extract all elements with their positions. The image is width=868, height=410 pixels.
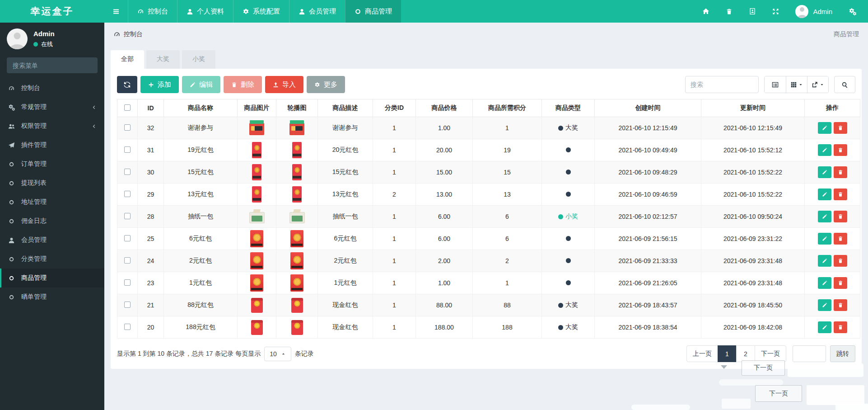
type-dot-icon [558, 126, 563, 131]
sidebar-item[interactable]: 常规管理 [0, 98, 104, 117]
topnav-item[interactable]: 商品管理 [345, 0, 401, 23]
row-checkbox[interactable] [124, 124, 131, 131]
select-all-checkbox[interactable] [124, 104, 131, 111]
refresh-button[interactable] [117, 76, 137, 93]
row-edit-button[interactable] [818, 233, 831, 245]
table-search-input[interactable] [685, 76, 759, 93]
fullscreen-icon[interactable] [772, 8, 779, 15]
carousel-image-cell [276, 272, 318, 294]
row-delete-button[interactable] [834, 255, 847, 267]
search-icon [841, 81, 848, 88]
row-delete-button[interactable] [834, 122, 847, 134]
topnav-item[interactable]: 会员管理 [289, 0, 345, 23]
row-delete-button[interactable] [834, 189, 847, 200]
row-delete-button[interactable] [834, 321, 847, 333]
settings-cogs-icon[interactable] [849, 8, 856, 15]
product-desc-cell: 1元红包 [318, 272, 373, 294]
sidebar-item[interactable]: 会员管理 [0, 231, 104, 250]
export-button[interactable] [807, 76, 828, 93]
prev-page-button[interactable]: 上一页 [686, 345, 718, 362]
row-edit-button[interactable] [818, 211, 831, 222]
next-page-button[interactable]: 下一页 [755, 345, 786, 362]
artifact-next-page-button: 下一页 [755, 385, 802, 402]
more-button[interactable]: 更多 [307, 76, 345, 93]
tab-小奖[interactable]: 小奖 [182, 50, 215, 69]
brand-logo[interactable]: 幸运盒子 [0, 0, 104, 23]
row-checkbox[interactable] [124, 302, 131, 308]
row-checkbox[interactable] [124, 235, 131, 241]
tab-大奖[interactable]: 大奖 [146, 50, 180, 69]
menu-search-input[interactable] [7, 57, 98, 73]
search-toggle-button[interactable] [834, 76, 855, 93]
row-edit-button[interactable] [818, 277, 831, 289]
topnav-item[interactable]: 个人资料 [177, 0, 233, 23]
row-delete-button[interactable] [834, 277, 847, 289]
row-edit-button[interactable] [818, 321, 831, 333]
row-checkbox[interactable] [124, 213, 131, 219]
table-row: 3015元红包15元红包115.00152021-06-10 09:48:292… [117, 161, 860, 184]
add-button[interactable]: 添加 [140, 76, 179, 93]
page-size-select[interactable]: 10 [264, 347, 291, 361]
row-delete-button[interactable] [834, 166, 847, 178]
trash-icon[interactable] [726, 8, 733, 15]
sidebar-item[interactable]: 地址管理 [0, 193, 104, 212]
import-button[interactable]: 导入 [265, 76, 303, 93]
artifact-box [631, 405, 690, 410]
user-menu[interactable]: Admin [795, 5, 832, 18]
row-checkbox[interactable] [124, 324, 131, 330]
sidebar-item[interactable]: 插件管理 [0, 136, 104, 155]
page-button-1[interactable]: 1 [718, 345, 737, 362]
row-edit-button[interactable] [818, 189, 831, 200]
row-edit-button[interactable] [818, 166, 831, 178]
row-checkbox[interactable] [124, 257, 131, 264]
circle-icon [7, 161, 16, 167]
product-image-cell [238, 184, 276, 206]
row-edit-button[interactable] [818, 122, 831, 134]
product-name-cell: 抽纸一包 [164, 206, 238, 228]
row-checkbox[interactable] [124, 279, 131, 286]
page-button-2[interactable]: 2 [736, 345, 755, 362]
row-delete-button[interactable] [834, 211, 847, 222]
row-delete-button[interactable] [834, 144, 847, 156]
row-checkbox[interactable] [124, 146, 131, 153]
delete-button[interactable]: 删除 [224, 76, 262, 93]
type-dot-icon [566, 192, 571, 197]
table-row: 256元红包6元红包16.0062021-06-09 21:56:152021-… [117, 228, 860, 250]
product-type-cell: 大奖 [542, 294, 595, 316]
breadcrumb-left[interactable]: 控制台 [124, 30, 143, 38]
topbar: 幸运盒子 控制台个人资料系统配置会员管理商品管理 Admin [0, 0, 868, 23]
row-checkbox[interactable] [124, 191, 131, 197]
home-icon[interactable] [702, 8, 709, 15]
row-checkbox[interactable] [124, 169, 131, 175]
jump-page-input[interactable] [793, 345, 826, 362]
sidebar-item[interactable]: 控制台 [0, 79, 104, 98]
columns-button[interactable] [786, 76, 807, 93]
sidebar-item[interactable]: 订单管理 [0, 155, 104, 174]
sidebar-item[interactable]: 分类管理 [0, 250, 104, 269]
operations-cell [805, 206, 860, 228]
sidebar-item[interactable]: 权限管理 [0, 117, 104, 136]
jump-button[interactable]: 跳转 [830, 345, 855, 362]
row-edit-button[interactable] [818, 144, 831, 156]
sidebar-item[interactable]: 晒单管理 [0, 287, 104, 306]
sidebar-item-label: 晒单管理 [21, 293, 47, 301]
edit-button[interactable]: 编辑 [182, 76, 220, 93]
carousel-image [291, 298, 303, 313]
docs-book-icon[interactable] [749, 8, 756, 15]
sidebar-item-label: 订单管理 [21, 160, 47, 168]
sidebar-item[interactable]: 商品管理 [0, 269, 104, 287]
row-delete-button[interactable] [834, 299, 847, 311]
topnav-item[interactable]: 控制台 [128, 0, 177, 23]
row-delete-button[interactable] [834, 233, 847, 245]
row-edit-button[interactable] [818, 299, 831, 311]
row-edit-button[interactable] [818, 255, 831, 267]
sidebar-item[interactable]: 提现列表 [0, 174, 104, 193]
product-type-badge [566, 236, 571, 241]
topnav-item[interactable]: 系统配置 [233, 0, 289, 23]
sidebar-item[interactable]: 佣金日志 [0, 212, 104, 231]
points-cell: 6 [473, 228, 542, 250]
toggle-view-button[interactable] [765, 76, 786, 93]
product-type-badge: 大奖 [558, 301, 578, 309]
tab-全部[interactable]: 全部 [111, 50, 144, 69]
sidebar-toggle-button[interactable] [104, 0, 128, 23]
